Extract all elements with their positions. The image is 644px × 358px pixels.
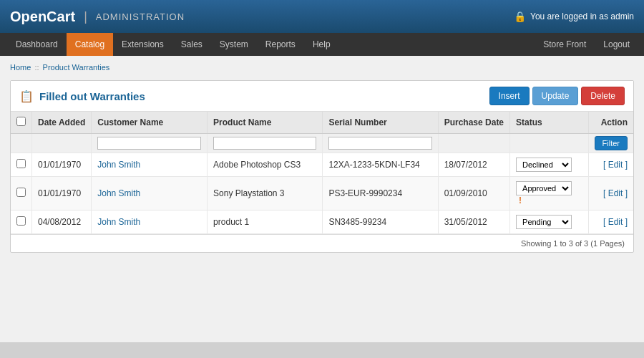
row-action: [ Edit ] [588,177,633,211]
row-date-added: 01/01/1970 [32,177,92,211]
header-divider: | [84,9,87,24]
table-header-row: Date Added Customer Name Product Name Se… [11,112,633,134]
row-purchase-date: 31/05/2012 [438,211,509,234]
logged-in-text: You are logged in as admin [530,11,634,21]
panel-title: 📋 Filled out Warranties [19,90,145,103]
customer-link[interactable]: John Smith [97,188,140,198]
breadcrumb-product-warranties[interactable]: Product Warranties [43,63,110,72]
row-status: Declined Approved Pending ! [510,177,588,211]
col-purchase-date: Purchase Date [438,112,509,134]
nav-item-help[interactable]: Help [304,33,339,56]
row-customer-name: John Smith [92,177,208,211]
col-customer-name: Customer Name [92,112,208,134]
col-serial-number: Serial Number [323,112,438,134]
panel-footer: Showing 1 to 3 of 3 (1 Pages) [11,234,633,252]
row-serial-number: SN3485-99234 [323,211,438,234]
logged-in-indicator: 🔒 You are logged in as admin [514,11,634,22]
edit-link[interactable]: [ Edit ] [603,160,628,170]
serial-number-filter[interactable] [328,137,431,150]
panel-title-icon: 📋 [19,90,34,103]
content-area: Home :: Product Warranties 📋 Filled out … [0,56,644,342]
row-purchase-date: 18/07/2012 [438,153,509,177]
status-select[interactable]: Declined Approved Pending [516,215,572,229]
row-select-checkbox[interactable] [16,159,26,168]
filter-status-cell [510,134,588,153]
breadcrumb-separator: :: [34,63,41,72]
row-checkbox [11,153,32,177]
nav-right-buttons: Store Front Logout [536,37,637,52]
header: OpenCart | ADMINISTRATION 🔒 You are logg… [0,0,644,33]
col-product-name: Product Name [208,112,323,134]
row-status: Declined Approved Pending [510,211,588,234]
status-select[interactable]: Declined Approved Pending [516,158,572,172]
lock-icon: 🔒 [514,11,526,22]
filter-checkbox-cell [11,134,32,153]
filter-date-cell [32,134,92,153]
breadcrumb: Home :: Product Warranties [10,60,634,74]
panel-actions: Insert Update Delete [489,87,625,105]
filter-customer-cell [92,134,208,153]
breadcrumb-home[interactable]: Home [10,63,31,72]
nav-item-system[interactable]: System [211,33,257,56]
store-front-button[interactable]: Store Front [536,37,593,52]
logo: OpenCart [10,9,75,25]
insert-button[interactable]: Insert [489,87,530,105]
row-customer-name: John Smith [92,153,208,177]
row-select-checkbox[interactable] [16,188,26,197]
row-product-name: Adobe Photoshop CS3 [208,153,323,177]
filter-button[interactable]: Filter [595,136,628,150]
row-checkbox [11,211,32,234]
nav-menu: Dashboard Catalog Extensions Sales Syste… [7,33,339,56]
customer-name-filter[interactable] [97,137,201,150]
edit-link[interactable]: [ Edit ] [603,217,628,227]
table-row: 04/08/2012 John Smith product 1 SN3485-9… [11,211,633,234]
col-checkbox [11,112,32,134]
logout-button[interactable]: Logout [596,37,637,52]
row-select-checkbox[interactable] [16,216,26,226]
nav-item-dashboard[interactable]: Dashboard [7,33,67,56]
table-row: 01/01/1970 John Smith Adobe Photoshop CS… [11,153,633,177]
row-action: [ Edit ] [588,153,633,177]
col-action: Action [588,112,633,134]
navbar: Dashboard Catalog Extensions Sales Syste… [0,33,644,56]
nav-item-sales[interactable]: Sales [172,33,211,56]
row-checkbox [11,177,32,211]
delete-button[interactable]: Delete [581,87,625,105]
status-select[interactable]: Declined Approved Pending [516,181,572,195]
customer-link[interactable]: John Smith [97,217,140,227]
warranties-table: Date Added Customer Name Product Name Se… [11,112,633,234]
row-serial-number: PS3-EUR-9990234 [323,177,438,211]
panel-title-text: Filled out Warranties [39,90,145,102]
nav-item-reports[interactable]: Reports [257,33,304,56]
filter-action-cell: Filter [588,134,633,153]
admin-label: ADMINISTRATION [96,11,185,22]
table-row: 01/01/1970 John Smith Sony Playstation 3… [11,177,633,211]
row-action: [ Edit ] [588,211,633,234]
col-date-added: Date Added [32,112,92,134]
warranties-panel: 📋 Filled out Warranties Insert Update De… [10,80,634,253]
filter-product-cell [208,134,323,153]
header-left: OpenCart | ADMINISTRATION [10,9,185,25]
nav-item-extensions[interactable]: Extensions [113,33,172,56]
table-body: 01/01/1970 John Smith Adobe Photoshop CS… [11,153,633,234]
row-serial-number: 12XA-1233-5KDN-LF34 [323,153,438,177]
filter-serial-cell [323,134,438,153]
nav-item-catalog[interactable]: Catalog [67,33,113,56]
row-product-name: product 1 [208,211,323,234]
edit-link[interactable]: [ Edit ] [603,188,628,198]
filter-purchase-cell [438,134,509,153]
row-date-added: 04/08/2012 [32,211,92,234]
row-customer-name: John Smith [92,211,208,234]
row-product-name: Sony Playstation 3 [208,177,323,211]
filter-row: Filter [11,134,633,153]
row-status: Declined Approved Pending [510,153,588,177]
col-status: Status [510,112,588,134]
row-purchase-date: 01/09/2010 [438,177,509,211]
panel-header: 📋 Filled out Warranties Insert Update De… [11,81,633,112]
customer-link[interactable]: John Smith [97,160,140,170]
product-name-filter[interactable] [213,137,316,150]
select-all-checkbox[interactable] [16,117,26,126]
row-date-added: 01/01/1970 [32,153,92,177]
update-button[interactable]: Update [532,87,579,105]
pagination-text: Showing 1 to 3 of 3 (1 Pages) [521,239,625,248]
